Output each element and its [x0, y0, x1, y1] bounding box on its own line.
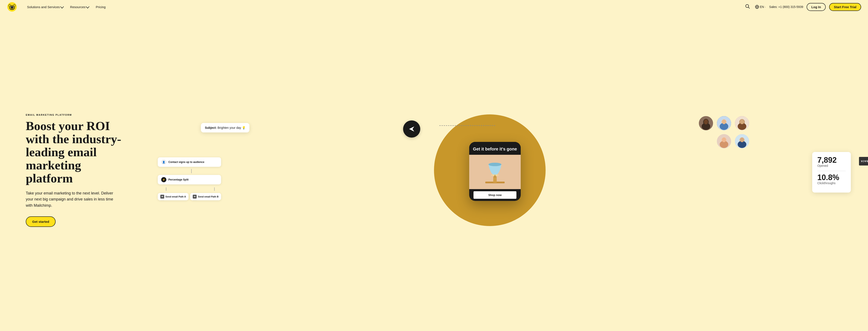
hero-eyebrow: EMAIL MARKETING PLATFORM: [26, 114, 129, 116]
hero-text: EMAIL MARKETING PLATFORM Boost your ROI …: [26, 114, 129, 227]
send-paths: ✉ Send email Path A ✉ Send email Path B: [158, 193, 221, 200]
ctr-number: 10.8%: [817, 174, 846, 181]
nav-links: Solutions and Services Resources Pricing: [24, 3, 744, 10]
globe-icon: [755, 5, 759, 9]
svg-point-7: [13, 7, 13, 7]
svg-point-8: [9, 4, 10, 7]
opened-label: Opened: [817, 164, 846, 168]
language-selector[interactable]: EN·: [755, 5, 766, 9]
subject-prefix: Subject:: [205, 126, 217, 129]
feedback-tab[interactable]: FEEDBACK: [859, 157, 868, 166]
search-button[interactable]: [744, 2, 752, 11]
avatar: [734, 133, 750, 149]
send-icon: [408, 125, 415, 133]
opened-number: 7,892: [817, 156, 846, 164]
stats-divider: [817, 171, 846, 171]
logo-link[interactable]: [7, 2, 17, 12]
send-icon-circle: [403, 120, 420, 138]
avatar-group: [698, 116, 750, 149]
path-a-card: ✉ Send email Path A: [158, 193, 189, 200]
svg-point-35: [740, 138, 744, 142]
ctr-label: Clickthroughs: [817, 181, 846, 185]
svg-point-23: [722, 119, 726, 124]
trial-button[interactable]: Start Free Trial: [829, 3, 861, 11]
workflow-step-1: 👤 Contact signs up to audience: [158, 157, 221, 167]
dashed-line: [439, 125, 495, 126]
nav-pricing[interactable]: Pricing: [93, 3, 108, 10]
svg-point-19: [704, 119, 708, 124]
login-button[interactable]: Log In: [807, 3, 826, 11]
get-started-button[interactable]: Get started: [26, 216, 56, 227]
nav-right: EN· Sales: +1 (800) 315-5939 Log In Star…: [744, 2, 861, 11]
email-icon: ✉: [193, 195, 196, 199]
product-image: [469, 155, 521, 189]
email-icon: ✉: [160, 195, 164, 199]
avatar: [716, 116, 732, 131]
shop-now-button[interactable]: Shop now: [473, 191, 517, 199]
phone-email-body: Get it before it's gone: [469, 142, 521, 155]
svg-point-6: [11, 7, 11, 7]
svg-point-40: [489, 163, 501, 166]
phone-mockup: Get it before it's gone: [469, 142, 521, 201]
hero-visual: Subject: Brighten your day 💡 Get it befo…: [129, 108, 851, 233]
lamp-illustration: [484, 158, 506, 186]
avatar: [734, 116, 750, 131]
stats-card: 7,892 Opened 10.8% Clickthroughs: [812, 152, 851, 192]
hero-title: Boost your ROI with the industry-leading…: [26, 120, 129, 185]
search-icon: [745, 4, 750, 9]
nav-resources[interactable]: Resources: [67, 3, 92, 10]
svg-point-41: [491, 174, 499, 176]
svg-point-9: [13, 4, 15, 7]
hero-subtitle: Take your email marketing to the next le…: [26, 190, 116, 209]
path-b-card: ✉ Send email Path B: [190, 193, 221, 200]
avatar: [716, 133, 732, 149]
svg-point-27: [740, 119, 744, 124]
chevron-down-icon: [86, 5, 90, 8]
sales-phone: Sales: +1 (800) 315-5939: [769, 5, 803, 8]
chevron-down-icon: [60, 5, 64, 8]
navbar: Solutions and Services Resources Pricing…: [0, 0, 868, 14]
hero-section: EMAIL MARKETING PLATFORM Boost your ROI …: [0, 14, 868, 331]
avatar: [698, 116, 714, 131]
logo-icon: [7, 2, 17, 12]
svg-line-11: [748, 7, 750, 8]
subject-text: Brighten your day 💡: [218, 126, 246, 129]
nav-solutions[interactable]: Solutions and Services: [24, 3, 66, 10]
contact-icon: 👤: [161, 159, 166, 164]
split-icon: ⚡: [161, 177, 166, 182]
email-subject-card: Subject: Brighten your day 💡: [201, 123, 249, 132]
workflow-step-2: ⚡ Percentage Split: [158, 175, 221, 184]
svg-point-31: [722, 138, 726, 142]
workflow-panel: 👤 Contact signs up to audience ⚡ Percent…: [158, 157, 221, 200]
